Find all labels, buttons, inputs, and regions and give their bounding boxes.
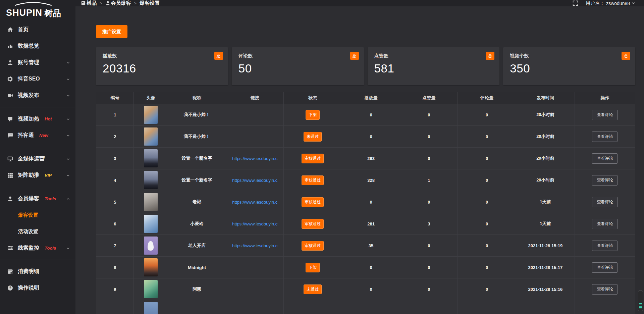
row-id: 2 [96,126,134,148]
row-link[interactable] [226,126,284,148]
row-comments: 0 [458,278,516,300]
sidebar-item-operation-guide[interactable]: ? 操作说明 [0,280,75,296]
sidebar-menu: 首页 数据总览 账号管理 抖音SEO 视频发布 视频加热 Hot [0,20,75,296]
sidebar-item-label: 视频发布 [18,92,39,99]
row-likes: 0 [400,191,458,213]
screen-legs-icon [7,116,13,122]
sidebar-item-douyin-seo[interactable]: 抖音SEO [0,71,75,87]
col-plays: 播放量 [342,92,400,104]
status-badge: 未通过 [304,132,322,142]
sidebar-item-account-management[interactable]: 账号管理 [0,54,75,71]
col-avatar: 头像 [134,92,168,104]
row-time: 20小时前 [516,148,575,169]
sidebar-item-matrix-boost[interactable]: 矩阵助推 VIP [0,167,75,184]
logo-text-cn: 树品 [44,9,61,17]
row-nickname: 设置一个新名字 [168,169,226,191]
row-plays: 0 [342,126,400,148]
sidebar-subitem-activity-settings[interactable]: 活动设置 [0,223,75,240]
row-plays: 0 [342,278,400,300]
question-circle-icon: ? [7,285,13,291]
main-area: 树品 > 会员爆客 > 爆客设置 用户名：zswodun88 推广设置 播放数 [75,0,644,314]
status-badge: 审核通过 [302,197,324,207]
sidebar-item-video-heat[interactable]: 视频加热 Hot [0,111,75,127]
breadcrumb-home[interactable]: 树品 [81,0,97,6]
browser-extension-widget[interactable] [638,291,643,311]
grid-icon [81,1,86,6]
row-id: 3 [96,148,134,169]
row-likes: 3 [400,213,458,235]
chevron-down-icon [66,173,70,177]
row-link[interactable]: https://www.iesdouyin.c [226,169,284,191]
stat-label: 视频个数 [510,53,630,59]
user-icon [7,196,13,202]
sidebar-item-label: 首页 [18,26,29,33]
sidebar-item-home[interactable]: 首页 [0,21,75,38]
chevron-up-icon [66,197,70,201]
col-actions: 操作 [575,92,635,104]
view-comments-button[interactable]: 查看评论 [592,110,618,120]
total-badge: 总 [214,52,223,60]
avatar [144,280,158,298]
view-comments-button[interactable]: 查看评论 [592,132,618,142]
sidebar-item-consumption-details[interactable]: 消费明细 [0,263,75,280]
promotion-settings-button[interactable]: 推广设置 [96,25,127,38]
table-row: 1 我不是小帅！ 下架 0 0 0 20小时前 查看评论 [96,104,635,126]
row-time: 1天前 [516,191,575,213]
row-time: 20小时前 [516,104,575,126]
total-badge: 总 [622,52,630,60]
row-link[interactable] [226,104,284,126]
view-comments-button[interactable]: 查看评论 [592,262,618,273]
sidebar-item-label: 操作说明 [18,284,39,292]
row-link[interactable]: https://www.iesdouyin.c [226,235,284,257]
user-menu[interactable]: 用户名：zswodun88 [586,0,635,6]
vip-badge: VIP [45,173,52,178]
sidebar-item-data-overview[interactable]: 数据总览 [0,38,75,54]
view-comments-button[interactable]: 查看评论 [592,153,618,164]
row-plays: 35 [342,235,400,257]
view-comments-button[interactable]: 查看评论 [592,175,618,186]
row-link[interactable]: https://www.iesdouyin.c [226,191,284,213]
status-badge: 审核通过 [302,175,324,185]
sidebar-item-all-media[interactable]: 全媒体运营 [0,151,75,167]
stat-value: 350 [510,62,630,75]
sidebar-item-label: 账号管理 [18,59,39,66]
topbar: 树品 > 会员爆客 > 爆客设置 用户名：zswodun88 [75,0,644,6]
breadcrumb-member-baoke[interactable]: 会员爆客 [105,0,131,6]
view-comments-button[interactable]: 查看评论 [592,219,618,229]
grid-icon [7,172,13,178]
sidebar-item-label: 矩阵助推 [18,172,39,179]
sidebar-item-label: 视频加热 [18,115,39,122]
sidebar-subitem-baoke-settings[interactable]: 爆客设置 [0,207,75,223]
new-badge: New [39,133,48,138]
breadcrumb-current: 爆客设置 [140,0,160,6]
sidebar-item-member-baoke[interactable]: 会员爆客 Tools [0,191,75,207]
sidebar-item-douketong[interactable]: 抖客通 New [0,127,75,144]
row-link[interactable] [226,278,284,300]
sidebar-item-clue-monitor[interactable]: 线索监控 Tools [0,240,75,256]
user-icon [105,1,110,6]
row-link[interactable]: https://www.iesdouyin.c [226,213,284,235]
avatar [144,127,158,146]
stat-card-likes: 点赞数 581 总 [368,47,500,85]
table-header-row: 编号 头像 昵称 链接 状态 播放量 点赞量 评论量 发布时间 操作 [96,92,635,104]
view-comments-button[interactable]: 查看评论 [592,197,618,207]
row-link[interactable] [226,257,284,278]
stat-label: 点赞数 [374,53,495,59]
row-nickname: 设置一个新名字 [168,148,226,169]
row-likes: 0 [400,278,458,300]
sidebar-item-video-publish[interactable]: 视频发布 [0,87,75,104]
row-likes: 0 [400,235,458,257]
table-row: 4 设置一个新名字 https://www.iesdouyin.c 审核通过 3… [96,169,635,191]
row-id: 7 [96,235,134,257]
status-badge: 下架 [306,110,320,120]
row-link[interactable]: https://www.iesdouyin.c [226,148,284,169]
row-comments: 0 [458,235,516,257]
row-nickname: 小爱玲 [168,213,226,235]
view-comments-button[interactable]: 查看评论 [592,241,618,251]
row-plays: 0 [342,257,400,278]
divider [0,107,75,107]
row-time: 2021-11-28 15:17 [516,257,575,278]
table-row-partial [96,300,635,314]
view-comments-button[interactable]: 查看评论 [592,284,618,295]
fullscreen-icon[interactable] [573,0,578,6]
